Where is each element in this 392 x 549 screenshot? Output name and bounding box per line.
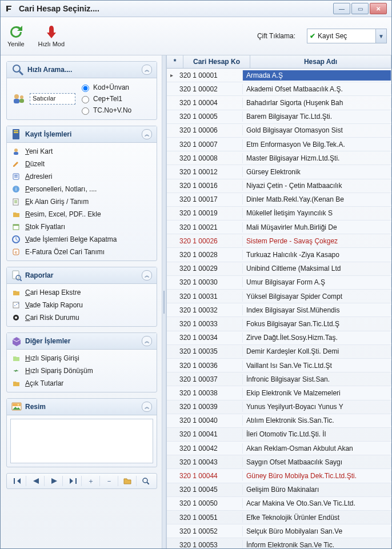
menu-item[interactable]: Vade İşlemleri Belge Kapatma bbox=[9, 233, 154, 246]
nav-next-button[interactable] bbox=[46, 476, 63, 486]
table-row[interactable]: 320 1 00030Umur Bilgisayar Form A.Ş bbox=[167, 276, 391, 290]
collapse-icon[interactable]: ︽ bbox=[142, 129, 152, 139]
cell-code: 320 1 00021 bbox=[176, 222, 243, 233]
table-row[interactable]: 320 1 00028Turkuaz Halıcılık -Ziya Kasap… bbox=[167, 248, 391, 262]
doubleclick-combo[interactable]: ✔ Kayıt Seç ▼ bbox=[307, 29, 387, 43]
table-row[interactable]: 320 1 00051Efke Teknolojik Ürünler Endüs… bbox=[167, 511, 391, 524]
vertical-splitter[interactable] bbox=[162, 55, 166, 548]
cell-code: 320 1 00044 bbox=[176, 471, 243, 481]
menu-item[interactable]: Resim, Excel, PDF.. Ekle bbox=[9, 208, 154, 221]
table-row[interactable]: 320 1 00043Saygın Ofset Matbaacılık Sayg… bbox=[167, 455, 391, 469]
nav-last-button[interactable] bbox=[64, 476, 81, 486]
cell-name: Barem Bilgisayar Tic.Ltd.Şti. bbox=[243, 111, 391, 122]
cell-name: Yüksel Bilgisayar Spider Compt bbox=[243, 291, 391, 302]
menu-item[interactable]: eE-Fatura Özel Cari Tanımı bbox=[9, 246, 154, 258]
table-row[interactable]: 320 1 00005Barem Bilgisayar Tic.Ltd.Şti. bbox=[167, 110, 391, 124]
table-row[interactable]: 320 1 00008Master Bilgisayar Hizm.Ltd.Şt… bbox=[167, 151, 391, 165]
table-row[interactable]: 320 1 00041İleri Otomotiv Tic.Ltd.Şti. İ… bbox=[167, 428, 391, 442]
cell-code: 320 1 00008 bbox=[176, 153, 243, 163]
table-row[interactable]: 320 1 00026Sistem Perde - Savaş Çokgez bbox=[167, 234, 391, 248]
refresh-button[interactable]: Yenile bbox=[5, 23, 27, 49]
menu-item[interactable]: Hızlı Sipariş Girişi bbox=[9, 352, 154, 364]
nav-remove-button[interactable]: － bbox=[101, 476, 118, 486]
menu-item[interactable]: iPersonelleri, Notları, .... bbox=[9, 183, 154, 195]
kayit-islemleri-header[interactable]: Kayıt İşlemleri ︽ bbox=[7, 126, 157, 143]
menu-item[interactable]: Yeni Kart bbox=[9, 145, 154, 158]
titlebar[interactable]: Cari Hesap Seçiniz.... — ▭ ✕ bbox=[1, 1, 391, 17]
fast-mode-button[interactable]: Hızlı Mod bbox=[36, 23, 67, 49]
table-row[interactable]: 320 1 00016Niyazi Çetin - Çetin Matbaacı… bbox=[167, 179, 391, 193]
nav-zoom-button[interactable] bbox=[138, 476, 154, 486]
row-indicator: ▸ bbox=[167, 72, 176, 78]
table-row[interactable]: 320 1 00033Fokus Bilgisayar San.Tic.Ltd.… bbox=[167, 317, 391, 331]
radio-cep-tel1[interactable]: Cep+Tel1 bbox=[79, 94, 131, 103]
cell-code: 320 1 00002 bbox=[176, 84, 243, 94]
table-row[interactable]: 320 1 00035Demir Kardeşler Koll.Şti. Dem… bbox=[167, 345, 391, 359]
col-header-code[interactable]: Cari Hesap Ko bbox=[183, 55, 250, 68]
raporlar-header[interactable]: Raporlar ︽ bbox=[7, 267, 157, 284]
table-row[interactable]: 320 1 00017Dinler Matb.Rekl.Yay.(Kenan B… bbox=[167, 193, 391, 207]
table-row[interactable]: 320 1 00053İnform Elektronik San.Ve Tic. bbox=[167, 538, 391, 548]
table-row[interactable]: 320 1 00012Gürsey Elektronik bbox=[167, 165, 391, 179]
table-row[interactable]: 320 1 00004Bahadırlar Sigorta (Huşenk Ba… bbox=[167, 96, 391, 110]
resim-header[interactable]: Resim ︽ bbox=[7, 399, 157, 415]
close-button[interactable]: ✕ bbox=[370, 3, 387, 14]
table-row[interactable]: 320 1 00044Güney Büro Mobilya Dek.Tic.Lt… bbox=[167, 469, 391, 483]
quick-search-input[interactable]: Satıcılar bbox=[30, 93, 75, 105]
table-row[interactable]: 320 1 00029Unibind Ciltleme (Maksimal Lt… bbox=[167, 262, 391, 276]
chevron-down-icon[interactable]: ▼ bbox=[375, 29, 386, 43]
table-row[interactable]: 320 1 00007Etm Enformasyon Ve Bilg.Tek.A… bbox=[167, 138, 391, 151]
table-row[interactable]: 320 1 00019Mükellef İletişim Yayıncılık … bbox=[167, 207, 391, 221]
table-row[interactable]: 320 1 00042Akan Reklam-Osman Akbulut Aka… bbox=[167, 442, 391, 455]
table-row[interactable]: 320 1 00037İnfronic Bilgisayar Sist.San. bbox=[167, 372, 391, 386]
table-row[interactable]: ▸320 1 00001Armada A.Ş bbox=[167, 69, 391, 82]
svg-text:i: i bbox=[15, 186, 17, 192]
table-row[interactable]: 320 1 00002Akademi Ofset Matbaacılık A.Ş… bbox=[167, 82, 391, 96]
table-row[interactable]: 320 1 00052Selçuk Büro Mobilyaları San.V… bbox=[167, 524, 391, 538]
nav-folder-button[interactable] bbox=[119, 476, 137, 486]
menu-item-label: Vade Takip Raporu bbox=[25, 301, 83, 309]
table-row[interactable]: 320 1 00032Index Bilgisayar Sist.Mühendi… bbox=[167, 303, 391, 317]
nav-first-button[interactable] bbox=[9, 476, 26, 486]
quick-search-field: Satıcılar bbox=[11, 92, 75, 106]
svg-rect-5 bbox=[19, 99, 24, 103]
menu-item[interactable]: Düzelt bbox=[9, 158, 154, 170]
col-header-name[interactable]: Hesap Adı bbox=[250, 55, 391, 68]
nav-add-button[interactable]: ＋ bbox=[83, 476, 100, 486]
menu-item-icon bbox=[11, 366, 21, 375]
row-selector-header[interactable]: * bbox=[167, 55, 183, 68]
svg-text:e: e bbox=[15, 250, 18, 255]
table-row[interactable]: 320 1 00034Zirve Dağt.İlet.Sosy.Hizm.Taş… bbox=[167, 331, 391, 345]
maximize-button[interactable]: ▭ bbox=[351, 3, 369, 14]
table-row[interactable]: 320 1 00031Yüksel Bilgisayar Spider Comp… bbox=[167, 290, 391, 303]
menu-item[interactable]: Vade Takip Raporu bbox=[9, 299, 154, 311]
menu-item[interactable]: Cari Hesap Ekstre bbox=[9, 286, 154, 299]
table-row[interactable]: 320 1 00036Vaillant Isı San.Ve Tic.Ltd.Ş… bbox=[167, 359, 391, 372]
svg-point-27 bbox=[15, 316, 17, 319]
diger-islemler-header[interactable]: Diğer İşlemler ︽ bbox=[7, 333, 157, 350]
table-row[interactable]: 320 1 00006Gold Bilgisayar Otomasyon Sis… bbox=[167, 124, 391, 138]
table-row[interactable]: 320 1 00038Ekip Elektronik Ve Malzemeler… bbox=[167, 386, 391, 400]
minimize-button[interactable]: — bbox=[333, 3, 350, 14]
radio-tcno-vno[interactable]: TC.No+V.No bbox=[79, 106, 131, 115]
grid-body[interactable]: ▸320 1 00001Armada A.Ş320 1 00002Akademi… bbox=[167, 69, 391, 548]
table-row[interactable]: 320 1 00021Mali Müşavirler Muh.Birliği D… bbox=[167, 221, 391, 234]
radio-kod-unvan[interactable]: Kod+Ünvan bbox=[79, 83, 131, 92]
menu-item[interactable]: Açık Tutarlar bbox=[9, 377, 154, 390]
collapse-icon[interactable]: ︽ bbox=[142, 336, 152, 346]
menu-item[interactable]: Cari Risk Durumu bbox=[9, 311, 154, 324]
collapse-icon[interactable]: ︽ bbox=[142, 402, 152, 412]
table-row[interactable]: 320 1 00039Yunus Yeşilyurt-Boyacı Yunus … bbox=[167, 400, 391, 414]
menu-item[interactable]: Adresleri bbox=[9, 170, 154, 183]
quick-search-header[interactable]: Hızlı Arama.... ︽ bbox=[7, 62, 157, 78]
collapse-icon[interactable]: ︽ bbox=[142, 65, 152, 75]
nav-prev-button[interactable] bbox=[27, 476, 45, 486]
cell-name: Dinler Matb.Rekl.Yay.(Kenan Be bbox=[243, 194, 391, 205]
menu-item[interactable]: Hızlı Sipariş Dönüşüm bbox=[9, 364, 154, 377]
table-row[interactable]: 320 1 00050Acar Makina Ve Oto.San.Ve Tic… bbox=[167, 497, 391, 511]
collapse-icon[interactable]: ︽ bbox=[142, 270, 152, 280]
menu-item[interactable]: Ek Alan Giriş / Tanım bbox=[9, 195, 154, 208]
table-row[interactable]: 320 1 00040Atılım Elektronik Sis.San.Tic… bbox=[167, 414, 391, 428]
table-row[interactable]: 320 1 00045Gelişim Büro Makinaları bbox=[167, 483, 391, 497]
menu-item[interactable]: Stok Fiyatları bbox=[9, 221, 154, 233]
